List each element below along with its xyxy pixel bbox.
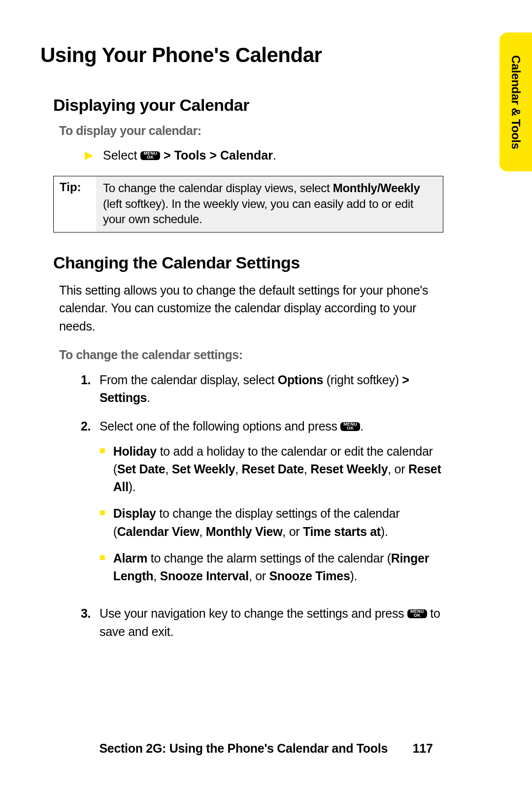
text-bold: Reset Weekly [310, 462, 388, 476]
step-1: 1. From the calendar display, select Opt… [81, 371, 445, 407]
subheading-displaying: Displaying your Calendar [53, 96, 444, 115]
text: ). [381, 525, 388, 538]
lead-display-calendar: To display your calendar: [59, 124, 444, 138]
text: , or [388, 462, 408, 476]
text: , [304, 462, 310, 476]
tip-label: Tip: [54, 176, 96, 232]
text-bold: Calendar View [117, 525, 200, 538]
text-bold: Alarm [113, 551, 147, 565]
text-bold: Holiday [113, 444, 157, 458]
option-body: Holiday to add a holiday to the calendar… [113, 442, 445, 496]
text-bold: Options [278, 373, 323, 387]
option-sublist: ■ Holiday to add a holiday to the calend… [100, 442, 445, 585]
text: . [360, 419, 364, 433]
text: , [235, 462, 241, 476]
text-bold: Display [113, 506, 156, 520]
lead-change-settings: To change the calendar settings: [59, 348, 444, 362]
text-bold: Monthly View [206, 525, 283, 538]
text: , [153, 569, 160, 583]
subheading-changing-settings: Changing the Calendar Settings [53, 253, 444, 272]
text: (left softkey). In the weekly view, you … [103, 197, 413, 226]
step-text: Select MENUOK > Tools > Calendar. [103, 147, 276, 164]
option-display: ■ Display to change the display settings… [100, 504, 445, 540]
section-tab: Calendar & Tools [499, 33, 532, 171]
step-number: 2. [81, 417, 100, 594]
text: From the calendar display, select [100, 373, 278, 387]
step-body: Use your navigation key to change the se… [100, 604, 445, 640]
text-bold: Snooze Times [269, 569, 350, 583]
section-tab-label: Calendar & Tools [509, 55, 523, 149]
option-alarm: ■ Alarm to change the alarm settings of … [100, 549, 445, 585]
play-icon: ▶ [85, 147, 93, 164]
step-body: From the calendar display, select Option… [100, 371, 445, 407]
step-2: 2. Select one of the following options a… [81, 417, 445, 594]
text: . [147, 391, 150, 404]
tip-body: To change the calendar display views, se… [96, 176, 443, 232]
paragraph-intro: This setting allows you to change the de… [59, 281, 444, 335]
text: Select one of the following options and … [100, 419, 340, 433]
page-title: Using Your Phone's Calendar [40, 43, 444, 67]
text-bold: Set Weekly [172, 462, 235, 476]
option-holiday: ■ Holiday to add a holiday to the calend… [100, 442, 445, 496]
step-select-tools-calendar: ▶ Select MENUOK > Tools > Calendar. [85, 147, 444, 164]
text: Use your navigation key to change the se… [100, 606, 407, 620]
text: . [273, 148, 276, 162]
step-number: 3. [81, 604, 100, 640]
text-bold: Monthly/Weekly [333, 181, 420, 195]
text: , or [282, 525, 303, 538]
text-bold: Reset Date [242, 462, 304, 476]
text: , [199, 525, 205, 538]
menu-ok-key-icon: MENUOK [140, 151, 160, 160]
page-content: Using Your Phone's Calendar Displaying y… [40, 43, 444, 651]
step-3: 3. Use your navigation key to change the… [81, 604, 445, 640]
numbered-steps: 1. From the calendar display, select Opt… [81, 371, 445, 640]
square-bullet-icon: ■ [100, 442, 105, 496]
text-bold: Snooze Interval [160, 569, 249, 583]
text-bold: Set Date [117, 462, 166, 476]
text-bold: Time starts at [303, 525, 381, 538]
page-footer: Section 2G: Using the Phone's Calendar a… [0, 741, 532, 756]
tip-box: Tip: To change the calendar display view… [53, 176, 443, 233]
step-body: Select one of the following options and … [100, 417, 445, 594]
square-bullet-icon: ■ [100, 549, 105, 585]
step-number: 1. [81, 371, 100, 407]
menu-ok-key-icon: MENUOK [340, 422, 360, 431]
text: to change the alarm settings of the cale… [147, 551, 391, 565]
text: , or [249, 569, 269, 583]
breadcrumb-path: > Tools > Calendar [160, 148, 273, 162]
text: (right softkey) [323, 373, 402, 387]
option-body: Alarm to change the alarm settings of th… [113, 549, 445, 585]
text: , [165, 462, 171, 476]
menu-ok-key-icon: MENUOK [407, 609, 427, 618]
text: To change the calendar display views, se… [103, 181, 333, 195]
option-body: Display to change the display settings o… [113, 504, 445, 540]
footer-section: Section 2G: Using the Phone's Calendar a… [99, 741, 388, 755]
text: ). [350, 569, 358, 583]
text: Select [103, 148, 140, 162]
text: ). [129, 480, 136, 494]
square-bullet-icon: ■ [100, 504, 105, 540]
page-number: 117 [413, 741, 433, 756]
